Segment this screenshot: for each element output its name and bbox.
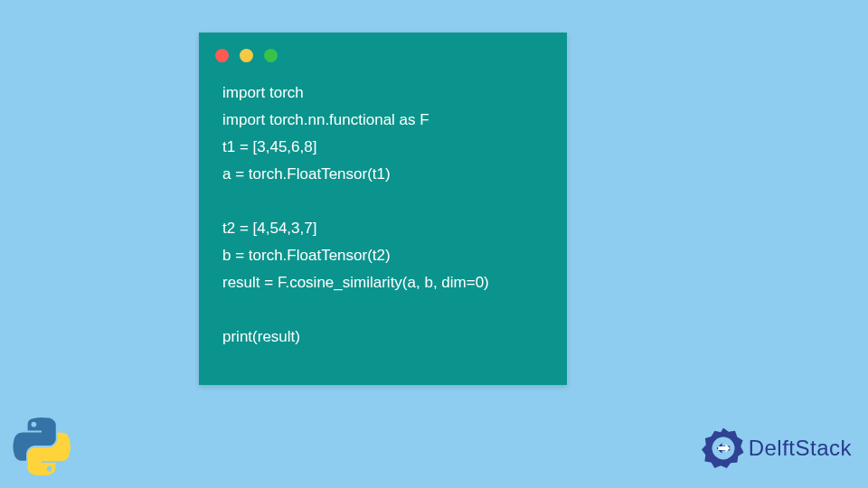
code-block: import torch import torch.nn.functional … [222, 80, 551, 351]
window-dot-green-icon [264, 49, 278, 62]
delftstack-logo-icon [702, 427, 745, 470]
window-dots [215, 49, 278, 62]
window-dot-red-icon [215, 49, 229, 62]
python-logo-icon [13, 418, 71, 475]
delftstack-brand-text: DelftStack [749, 436, 852, 461]
delftstack-brand: DelftStack [702, 427, 852, 470]
window-dot-yellow-icon [240, 49, 253, 62]
code-card: import torch import torch.nn.functional … [199, 33, 567, 385]
